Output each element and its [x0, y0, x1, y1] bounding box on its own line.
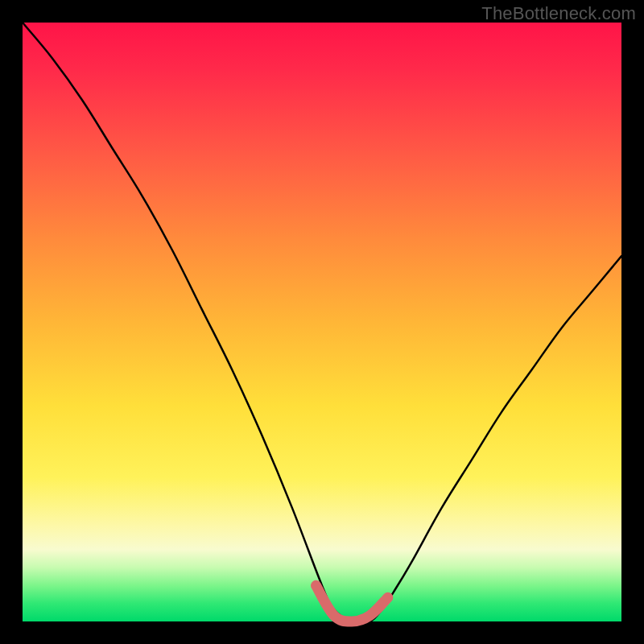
chart-frame: TheBottleneck.com [0, 0, 644, 644]
bottleneck-curve-line [23, 23, 621, 623]
optimal-range-highlight-line [316, 585, 388, 621]
gradient-plot-area [23, 23, 621, 621]
watermark-text: TheBottleneck.com [481, 3, 636, 24]
curve-svg [23, 23, 621, 621]
